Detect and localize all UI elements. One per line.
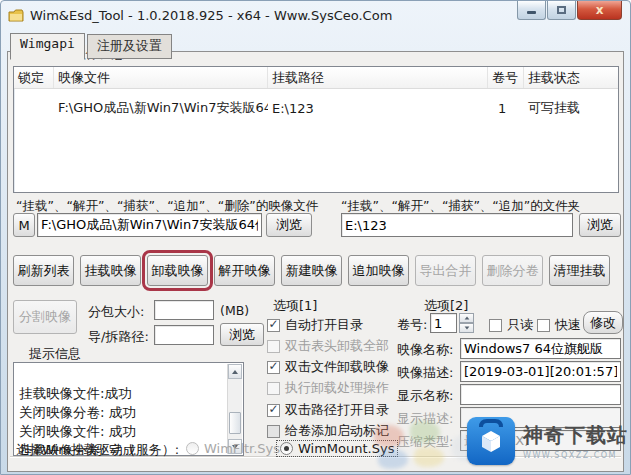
checkbox-icon <box>267 404 280 417</box>
col-status[interactable]: 挂载状态 <box>524 67 618 88</box>
checkbox-dblclick-header-unmount-all: 双击表头卸载全部 <box>267 337 389 355</box>
split-size-label: 分包大小: <box>88 303 144 321</box>
unpack-image-button[interactable]: 解开映像 <box>214 255 275 286</box>
minimize-button[interactable] <box>517 1 546 20</box>
split-image-button: 分割映像 <box>13 300 77 334</box>
info-message: 关闭映像分卷: 成功 <box>19 403 225 422</box>
checkbox-dblclick-path-open-dir[interactable]: 双击路径打开目录 <box>267 401 389 419</box>
driver-select-label: 选择Wim挂载驱动（服务）: <box>16 441 179 459</box>
cell-volume: 1 <box>488 101 524 116</box>
checkbox-icon <box>267 361 280 374</box>
export-path-label: 导/拆路径: <box>88 328 149 346</box>
browse-folder-button[interactable]: 浏览 <box>579 213 621 237</box>
list-header[interactable]: 锁定 映像文件 挂载路径 卷号 挂载状态 <box>14 67 618 89</box>
radio-wimfltr[interactable]: WimFltr.Sys <box>186 441 280 456</box>
checkbox-quick[interactable]: 快速 <box>537 316 581 334</box>
volume-number-stepper[interactable] <box>459 313 474 333</box>
window-title: Wim&Esd_Tool - 1.0.2018.925 - x64 - Www.… <box>30 8 392 23</box>
col-path[interactable]: 挂载路径 <box>268 67 488 88</box>
app-window: Wim&Esd_Tool - 1.0.2018.925 - x64 - Www.… <box>0 0 631 475</box>
radio-wimmount[interactable]: WimMount.Sys <box>276 440 398 457</box>
watermark-site-name: 神奇下载站 <box>523 422 628 449</box>
checkbox-icon <box>267 319 280 332</box>
tab-wimgapi[interactable]: Wimgapi <box>10 33 85 60</box>
mount-image-button[interactable]: 挂载映像 <box>80 255 141 286</box>
tab-page: 已挂载的映像信息 锁定 映像文件 挂载路径 卷号 挂载状态 F:\GHO成品\新… <box>7 51 624 472</box>
info-message <box>19 365 225 384</box>
checkbox-icon <box>267 425 280 438</box>
maximize-icon <box>557 6 566 14</box>
modify-button[interactable]: 修改 <box>583 311 623 334</box>
scrollbar-thumb[interactable] <box>229 412 241 434</box>
action-button-row: 刷新列表 挂载映像 卸载映像 解开映像 新建映像 追加映像 导出合并 删除分卷 … <box>13 255 610 286</box>
browse-export-button[interactable]: 浏览 <box>220 323 264 346</box>
close-button[interactable]: x <box>577 1 622 20</box>
radio-icon <box>186 442 199 455</box>
download-site-icon <box>467 417 515 465</box>
info-title: 提示信息 <box>26 345 84 363</box>
split-size-input[interactable] <box>154 300 214 320</box>
checkbox-icon <box>489 319 502 332</box>
checkbox-run-unmount-commit: 执行卸载处理操作 <box>267 379 389 397</box>
export-merge-button: 导出合并 <box>415 255 476 286</box>
titlebar: Wim&Esd_Tool - 1.0.2018.925 - x64 - Www.… <box>1 1 630 30</box>
col-lock[interactable]: 锁定 <box>14 67 54 88</box>
m-button[interactable]: M <box>13 213 35 237</box>
append-image-button[interactable]: 追加映像 <box>348 255 409 286</box>
options1-title: 选项[1] <box>270 297 320 315</box>
radio-icon <box>280 442 293 455</box>
image-name-label: 映像名称: <box>397 341 453 359</box>
info-message: 关闭映像文件: 成功 <box>19 422 225 441</box>
maximize-button[interactable] <box>547 1 576 20</box>
image-name-input[interactable] <box>460 338 621 359</box>
refresh-list-button[interactable]: 刷新列表 <box>13 255 74 286</box>
checkbox-auto-open-dir[interactable]: 自动打开目录 <box>267 316 363 334</box>
volume-number-label: 卷号: <box>397 316 427 334</box>
size-unit-label: (MB) <box>220 303 249 318</box>
checkbox-dblclick-file-unmount[interactable]: 双击文件卸载映像 <box>267 358 389 376</box>
display-name-label: 显示名称: <box>397 387 453 405</box>
checkbox-icon <box>537 319 550 332</box>
mounted-image-list[interactable]: 锁定 映像文件 挂载路径 卷号 挂载状态 F:\GHO成品\新Win7\Win7… <box>13 66 619 193</box>
unmount-image-button[interactable]: 卸载映像 <box>147 255 208 286</box>
spinner-up-icon[interactable] <box>459 313 474 323</box>
clean-mount-button[interactable]: 清理挂载 <box>549 255 610 286</box>
info-message: 挂载映像文件:成功 <box>19 384 225 403</box>
checkbox-readonly[interactable]: 只读 <box>489 316 533 334</box>
delete-volume-button: 删除分卷 <box>482 255 543 286</box>
image-desc-input[interactable] <box>460 361 621 382</box>
checkbox-icon <box>267 382 280 395</box>
tab-bar: Wimgapi 注册及设置 <box>10 32 174 59</box>
volume-number-input[interactable] <box>430 313 457 333</box>
checkbox-add-boot-flag[interactable]: 给卷添加启动标记 <box>267 422 389 440</box>
checkbox-icon <box>267 340 280 353</box>
col-file[interactable]: 映像文件 <box>54 67 268 88</box>
minimize-icon <box>527 11 536 14</box>
image-file-input[interactable] <box>37 213 262 237</box>
spinner-down-icon[interactable] <box>459 323 474 333</box>
display-desc-label: 显示描述: <box>397 410 453 428</box>
browse-image-button[interactable]: 浏览 <box>266 213 312 237</box>
site-watermark: 神奇下载站 WWW.SQXZZ.COM <box>467 417 628 465</box>
app-icon <box>8 9 24 23</box>
display-name-input[interactable] <box>460 384 621 405</box>
compress-type-label: 压缩类型: <box>397 433 453 451</box>
folder-input[interactable] <box>341 213 573 237</box>
tab-register-settings[interactable]: 注册及设置 <box>87 34 172 59</box>
table-row[interactable]: F:\GHO成品\新Win7\Win7安装版64位 181 E:\123 1 可… <box>14 97 618 119</box>
image-desc-label: 映像描述: <box>397 364 453 382</box>
col-volume[interactable]: 卷号 <box>488 67 524 88</box>
cell-status: 可写挂载 <box>524 99 618 117</box>
watermark-site-url: WWW.SQXZZ.COM <box>523 451 628 460</box>
cell-file: F:\GHO成品\新Win7\Win7安装版64位 181 <box>54 99 268 117</box>
export-path-input[interactable] <box>154 325 214 345</box>
scroll-up-icon[interactable] <box>228 364 242 379</box>
new-image-button[interactable]: 新建映像 <box>281 255 342 286</box>
cell-path: E:\123 <box>268 101 488 116</box>
